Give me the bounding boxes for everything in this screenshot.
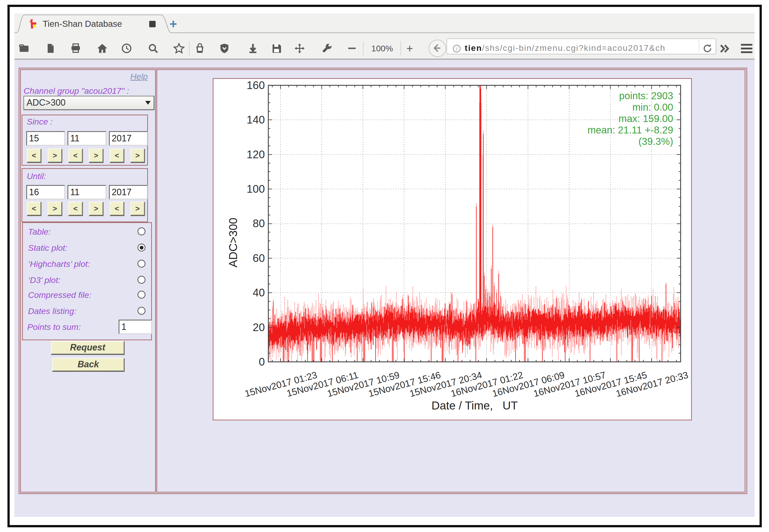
svg-text:ADC>300: ADC>300: [227, 218, 240, 268]
svg-text:0: 0: [259, 356, 265, 368]
svg-text:min: 0.00: min: 0.00: [632, 102, 673, 113]
svg-text:40: 40: [253, 286, 265, 299]
svg-text:20: 20: [253, 321, 265, 333]
svg-text:(39.3%): (39.3%): [639, 136, 673, 147]
svg-text:mean: 21.11 +-8.29: mean: 21.11 +-8.29: [588, 125, 673, 135]
svg-text:i: i: [456, 46, 458, 52]
svg-text:120: 120: [247, 148, 265, 160]
svg-text:100: 100: [247, 183, 265, 195]
svg-text:points: 2903: points: 2903: [619, 90, 673, 101]
svg-text:60: 60: [253, 252, 265, 264]
svg-text:80: 80: [253, 217, 265, 229]
svg-text:140: 140: [247, 114, 265, 126]
svg-text:160: 160: [247, 79, 265, 91]
svg-text:Date / Time, UT: Date / Time, UT: [431, 399, 518, 412]
svg-text:max: 159.00: max: 159.00: [619, 113, 673, 124]
